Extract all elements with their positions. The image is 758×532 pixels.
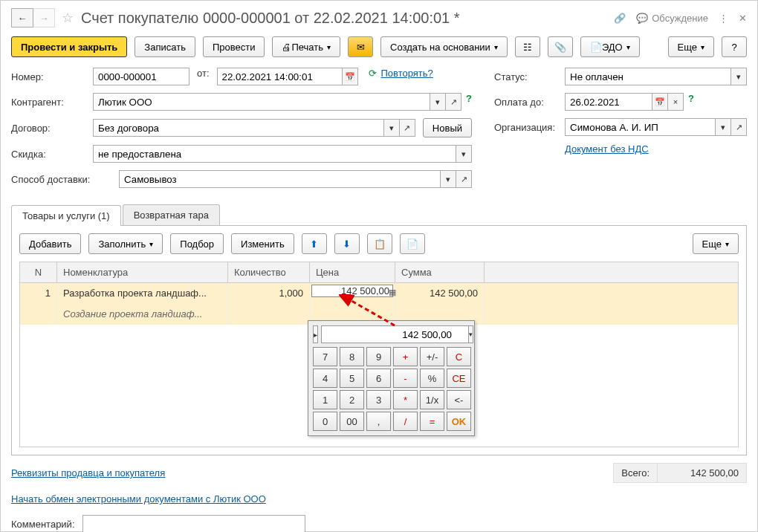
repeat-link[interactable]: Повторять? <box>381 68 433 85</box>
calc-key-inv[interactable]: 1/x <box>420 390 444 409</box>
structure-button[interactable]: ☷ <box>515 36 540 57</box>
calc-key-6[interactable]: 6 <box>366 369 391 388</box>
payuntil-input[interactable] <box>565 93 652 111</box>
calc-key-mult[interactable]: * <box>393 390 418 409</box>
delivery-input[interactable] <box>119 170 441 188</box>
tab-goods[interactable]: Товары и услуги (1) <box>11 205 121 226</box>
cell-nomenclature[interactable]: Разработка проекта ландшаф... <box>57 283 228 304</box>
dropdown-icon[interactable]: ▾ <box>731 68 747 85</box>
mail-button[interactable]: ✉ <box>348 36 373 57</box>
status-input[interactable] <box>565 68 731 85</box>
calc-memory-button[interactable]: ▸ <box>313 325 318 343</box>
calc-key-4[interactable]: 4 <box>313 369 337 388</box>
create-based-button[interactable]: Создать на основании ▾ <box>380 36 508 57</box>
calc-key-back[interactable]: <- <box>447 390 471 409</box>
link-icon[interactable]: 🔗 <box>614 13 626 24</box>
calc-key-plusminus[interactable]: +/- <box>420 347 444 366</box>
calc-key-8[interactable]: 8 <box>340 347 364 366</box>
calendar-icon[interactable]: 📅 <box>652 93 668 111</box>
calendar-icon[interactable]: 📅 <box>342 68 358 85</box>
save-button[interactable]: Записать <box>135 36 195 57</box>
seller-buyer-link[interactable]: Реквизиты продавца и покупателя <box>11 467 165 479</box>
comment-input[interactable] <box>82 515 305 532</box>
add-row-button[interactable]: Добавить <box>19 233 81 254</box>
calc-key-ce[interactable]: CE <box>447 369 471 388</box>
number-label: Номер: <box>11 71 93 82</box>
cell-n: 1 <box>20 283 57 304</box>
number-input[interactable] <box>93 68 190 85</box>
favorite-star-icon[interactable]: ☆ <box>62 10 74 26</box>
more-button[interactable]: Еще ▾ <box>668 36 714 57</box>
select-button[interactable]: Подбор <box>170 233 224 254</box>
move-down-button[interactable]: ⬇ <box>334 233 360 254</box>
open-icon[interactable]: ↗ <box>445 93 461 111</box>
print-button[interactable]: 🖨 Печать ▾ <box>272 36 340 57</box>
calc-key-5[interactable]: 5 <box>340 369 364 388</box>
new-contract-button[interactable]: Новый <box>423 118 472 137</box>
repeat-icon[interactable]: ⟳ <box>369 68 377 85</box>
discuss-link[interactable]: 💬Обсуждение <box>636 13 708 24</box>
dropdown-icon[interactable]: ▾ <box>383 119 400 137</box>
post-button[interactable]: Провести <box>203 36 265 57</box>
calc-key-div[interactable]: / <box>393 412 418 431</box>
col-qty[interactable]: Количество <box>228 262 310 282</box>
calc-dropdown[interactable]: ▾ <box>468 325 473 343</box>
calculator-icon[interactable]: ▦ <box>389 288 396 297</box>
post-and-close-button[interactable]: Провести и закрыть <box>11 36 127 57</box>
calc-key-00[interactable]: 00 <box>340 412 364 431</box>
calc-key-clear[interactable]: C <box>447 347 471 366</box>
col-price[interactable]: Цена <box>310 262 395 282</box>
clear-icon[interactable]: × <box>667 93 684 111</box>
dropdown-icon[interactable]: ▾ <box>456 145 472 163</box>
calc-key-9[interactable]: 9 <box>366 347 391 366</box>
dropdown-icon[interactable]: ▾ <box>715 118 731 136</box>
col-nom[interactable]: Номенклатура <box>57 262 228 282</box>
doc-no-vat-link[interactable]: Документ без НДС <box>565 143 649 155</box>
col-sum[interactable]: Сумма <box>395 262 485 282</box>
move-up-button[interactable]: ⬆ <box>302 233 327 254</box>
calc-key-3[interactable]: 3 <box>366 390 391 409</box>
calc-key-plus[interactable]: + <box>393 347 418 366</box>
calc-key-comma[interactable]: , <box>366 412 391 431</box>
edo-button[interactable]: 📄 ЭДО ▾ <box>580 36 640 57</box>
dogovor-input[interactable] <box>93 119 384 137</box>
change-button[interactable]: Изменить <box>231 233 294 254</box>
paste-button[interactable]: 📄 <box>400 233 425 254</box>
more-icon[interactable]: ⋮ <box>719 13 728 24</box>
discount-input[interactable] <box>93 145 456 163</box>
help-icon[interactable]: ? <box>688 93 694 111</box>
org-input[interactable] <box>565 118 716 136</box>
calc-key-7[interactable]: 7 <box>313 347 337 366</box>
attach-button[interactable]: 📎 <box>548 36 573 57</box>
col-n[interactable]: N <box>20 262 57 282</box>
calc-key-percent[interactable]: % <box>420 369 444 388</box>
date-input[interactable] <box>217 68 343 85</box>
calc-key-2[interactable]: 2 <box>340 390 364 409</box>
cell-sum[interactable]: 142 500,00 <box>395 283 485 304</box>
tab-packaging[interactable]: Возвратная тара <box>123 204 220 225</box>
fill-button[interactable]: Заполнить ▾ <box>88 233 163 254</box>
calc-key-eq[interactable]: = <box>420 412 444 431</box>
dropdown-icon[interactable]: ▾ <box>440 170 456 188</box>
calc-key-0[interactable]: 0 <box>313 412 337 431</box>
calc-display-input[interactable] <box>321 325 469 343</box>
sub-more-button[interactable]: Еще ▾ <box>693 233 739 254</box>
contragent-input[interactable] <box>93 93 430 111</box>
cell-qty[interactable]: 1,000 <box>228 283 310 304</box>
calc-key-ok[interactable]: OK <box>447 412 471 431</box>
calc-key-minus[interactable]: - <box>393 369 418 388</box>
help-icon[interactable]: ? <box>466 93 472 111</box>
cell-price[interactable]: 142 500,00 <box>311 285 393 297</box>
open-icon[interactable]: ↗ <box>399 119 415 137</box>
edi-link[interactable]: Начать обмен электронными документами с … <box>11 493 266 505</box>
dropdown-icon[interactable]: ▾ <box>430 93 446 111</box>
open-icon[interactable]: ↗ <box>731 118 747 136</box>
copy-button[interactable]: 📋 <box>367 233 392 254</box>
help-button[interactable]: ? <box>722 36 747 57</box>
table-row[interactable]: 1 Разработка проекта ландшаф... 1,000 14… <box>20 283 738 304</box>
calc-key-1[interactable]: 1 <box>313 390 337 409</box>
open-icon[interactable]: ↗ <box>456 170 472 188</box>
close-icon[interactable]: ✕ <box>739 13 747 24</box>
nav-back[interactable]: ← <box>11 8 33 27</box>
calculator-popup: ▸ ▾ 7 8 9 + +/- C 4 5 6 - % CE 1 2 3 * 1… <box>308 320 475 436</box>
